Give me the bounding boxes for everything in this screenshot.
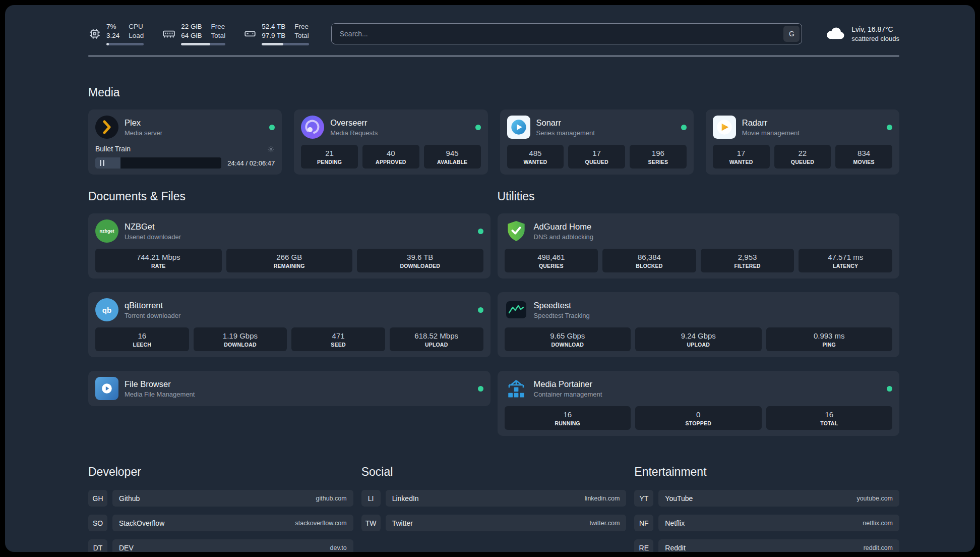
service-link-portainer[interactable]: Media Portainer Container management — [505, 377, 893, 400]
bookmark-link[interactable]: Github github.com — [112, 490, 353, 507]
status-dot — [269, 125, 275, 130]
stat-wanted: 485 WANTED — [507, 145, 564, 169]
bookmark-group-social: Social LI LinkedIn linkedin.com TW Twitt… — [361, 465, 627, 552]
bookmark-group-title: Developer — [88, 465, 353, 479]
gear-icon[interactable] — [267, 145, 275, 153]
stat-stopped: 0 STOPPED — [635, 406, 762, 430]
bookmark-abbr[interactable]: RE — [634, 539, 653, 552]
stat-available: 945 AVAILABLE — [424, 145, 481, 169]
weather-location: Lviv, 16.87°C — [851, 24, 899, 34]
service-card-overseerr: Overseerr Media Requests 21 PENDING — [294, 109, 487, 175]
bookmark-link[interactable]: Netflix netflix.com — [658, 515, 899, 531]
status-dot — [887, 386, 892, 392]
filebrowser-icon — [95, 377, 118, 400]
bookmark-abbr[interactable]: TW — [361, 515, 381, 531]
cpu-usage-bar — [106, 43, 144, 45]
service-name: File Browser — [125, 379, 195, 389]
service-link-qbittorrent[interactable]: qb qBittorrent Torrent downloader — [95, 298, 483, 321]
service-subtitle: Container management — [534, 391, 602, 399]
stat-download: 9.65 Gbps DOWNLOAD — [505, 327, 631, 351]
weather-condition: scattered clouds — [851, 34, 899, 44]
disk-label-2: Total — [294, 31, 309, 40]
section-utilities: Utilities — [498, 190, 900, 436]
bookmark-abbr[interactable]: DT — [88, 539, 107, 552]
stat-rate: 744.21 Mbps RATE — [95, 249, 222, 272]
bookmark-youtube: YT YouTube youtube.com — [634, 490, 899, 507]
service-name: Sonarr — [536, 118, 595, 128]
cpu-label-1: CPU — [129, 22, 144, 31]
service-link-radarr[interactable]: Radarr Movie management — [713, 116, 892, 139]
bookmark-link[interactable]: DEV dev.to — [112, 539, 353, 552]
bookmark-group-entertainment: Entertainment YT YouTube youtube.com NF … — [634, 465, 899, 552]
service-link-filebrowser[interactable]: File Browser Media File Management — [95, 377, 483, 400]
bookmark-abbr[interactable]: YT — [634, 490, 653, 507]
service-card-filebrowser: File Browser Media File Management — [88, 371, 491, 406]
service-link-plex[interactable]: Plex Media server — [95, 116, 275, 139]
stat-upload: 618.52 Mbps UPLOAD — [390, 327, 483, 351]
stat-movies: 834 MOVIES — [835, 145, 892, 169]
search-input[interactable] — [331, 23, 803, 44]
stat-queued: 17 QUEUED — [568, 145, 625, 169]
service-name: Media Portainer — [534, 379, 602, 389]
service-card-radarr: Radarr Movie management 17 WANTED 2 — [706, 109, 899, 175]
service-subtitle: Series management — [536, 129, 595, 137]
dashboard-panel: 7% 3.24 CPU Load — [5, 5, 975, 552]
resource-widgets: 7% 3.24 CPU Load — [88, 22, 309, 45]
service-subtitle: Usenet downloader — [125, 233, 181, 241]
service-card-sonarr: Sonarr Series management 485 WANTED — [500, 109, 694, 175]
bookmark-abbr[interactable]: NF — [634, 515, 653, 531]
search-provider-button[interactable]: G — [783, 26, 800, 42]
service-link-overseerr[interactable]: Overseerr Media Requests — [301, 116, 480, 139]
stat-total: 16 TOTAL — [766, 406, 893, 430]
service-card-nzbget: nzbget NZBGet Usenet downloader — [88, 213, 491, 278]
disk-total: 97.9 TB — [262, 31, 285, 40]
cpu-widget: 7% 3.24 CPU Load — [88, 22, 144, 45]
bookmark-link[interactable]: StackOverflow stackoverflow.com — [112, 515, 353, 531]
bookmark-abbr[interactable]: SO — [88, 515, 107, 531]
radarr-icon — [713, 116, 736, 139]
bookmark-link[interactable]: Twitter twitter.com — [386, 515, 627, 531]
service-name: Speedtest — [534, 300, 590, 311]
stat-blocked: 86,384 BLOCKED — [602, 249, 696, 272]
memory-label-2: Total — [211, 31, 226, 40]
bookmark-group-title: Entertainment — [634, 465, 899, 479]
service-link-nzbget[interactable]: nzbget NZBGet Usenet downloader — [95, 219, 483, 243]
stat-filtered: 2,953 FILTERED — [701, 249, 794, 272]
stat-seed: 471 SEED — [291, 327, 385, 351]
disk-free: 52.4 TB — [262, 22, 285, 31]
memory-total: 64 GiB — [181, 31, 202, 40]
memory-free: 22 GiB — [181, 22, 202, 31]
status-dot — [478, 229, 483, 234]
bookmark-abbr[interactable]: LI — [361, 490, 381, 507]
stat-series: 196 SERIES — [630, 145, 687, 169]
plex-icon — [95, 116, 118, 139]
speedtest-graph-icon — [505, 298, 528, 321]
status-dot — [478, 386, 483, 392]
section-documents: Documents & Files nzbget NZBGet Usenet d… — [88, 190, 491, 436]
overseerr-icon — [301, 116, 324, 139]
bookmark-link[interactable]: YouTube youtube.com — [658, 490, 899, 507]
service-link-speedtest[interactable]: Speedtest Speedtest Tracking — [505, 298, 893, 321]
playback-progress-bar[interactable] — [95, 157, 221, 169]
service-name: AdGuard Home — [534, 221, 594, 232]
sonarr-icon — [507, 116, 530, 139]
bookmark-link[interactable]: LinkedIn linkedin.com — [386, 490, 627, 507]
stat-remaining: 266 GB REMAINING — [226, 249, 353, 272]
service-subtitle: Speedtest Tracking — [534, 312, 590, 320]
status-dot — [681, 125, 687, 130]
bookmark-link[interactable]: Reddit reddit.com — [658, 539, 899, 552]
stat-ping: 0.993 ms PING — [766, 327, 893, 351]
stat-download: 1.19 Gbps DOWNLOAD — [194, 327, 287, 351]
disk-widget: 52.4 TB 97.9 TB Free Total — [243, 22, 309, 45]
stat-leech: 16 LEECH — [95, 327, 189, 351]
stat-latency: 47.571 ms LATENCY — [799, 249, 892, 272]
disk-icon — [243, 27, 257, 40]
cpu-label-2: Load — [129, 31, 144, 40]
service-link-sonarr[interactable]: Sonarr Series management — [507, 116, 687, 139]
pause-icon[interactable] — [100, 160, 104, 166]
service-name: NZBGet — [125, 221, 181, 232]
bookmark-abbr[interactable]: GH — [88, 490, 107, 507]
stat-upload: 9.24 Gbps UPLOAD — [635, 327, 762, 351]
topbar-divider — [88, 55, 899, 57]
service-link-adguard[interactable]: AdGuard Home DNS and adblocking — [505, 219, 893, 243]
